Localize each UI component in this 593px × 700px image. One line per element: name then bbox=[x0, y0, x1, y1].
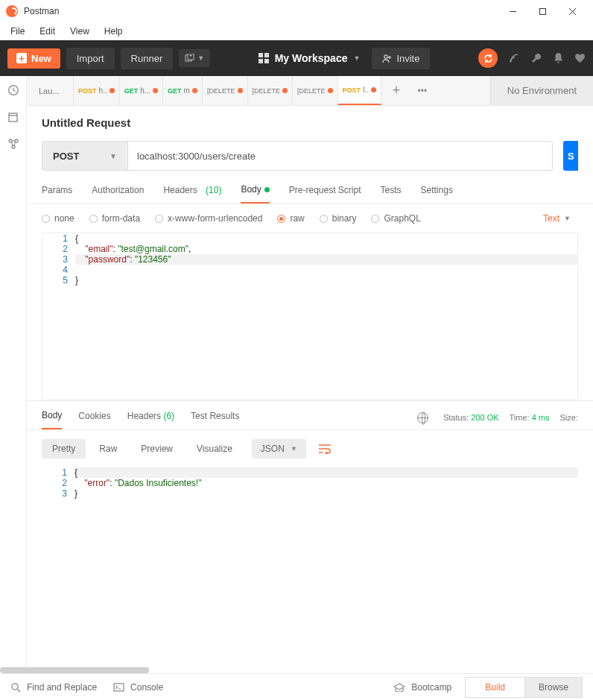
resp-tab-cookies[interactable]: Cookies bbox=[78, 411, 110, 429]
radio-graphql[interactable]: GraphQL bbox=[371, 213, 420, 224]
method-selector[interactable]: POST ▼ bbox=[42, 141, 128, 171]
tab-request-active[interactable]: POSTl.. bbox=[338, 76, 381, 105]
window-title: Postman bbox=[24, 6, 59, 16]
tab-request[interactable]: [DELETE bbox=[203, 76, 248, 105]
tab-settings[interactable]: Settings bbox=[421, 184, 453, 204]
maximize-button[interactable] bbox=[527, 0, 557, 22]
person-plus-icon bbox=[382, 54, 392, 63]
left-sidebar bbox=[0, 76, 27, 673]
workspace-selector[interactable]: My Workspace ▼ bbox=[251, 48, 368, 69]
globe-icon[interactable] bbox=[417, 412, 428, 423]
raw-type-selector[interactable]: Text▼ bbox=[543, 213, 578, 224]
apis-icon[interactable] bbox=[7, 137, 20, 151]
size-label: Size: bbox=[560, 413, 578, 422]
history-icon[interactable] bbox=[7, 83, 20, 97]
unsaved-dot-icon bbox=[110, 88, 115, 93]
heart-icon[interactable] bbox=[574, 53, 586, 63]
view-visualize[interactable]: Visualize bbox=[186, 439, 243, 458]
minimize-button[interactable] bbox=[498, 0, 527, 22]
bootcamp-icon bbox=[393, 683, 405, 692]
close-button[interactable] bbox=[557, 0, 587, 22]
svg-rect-11 bbox=[114, 684, 124, 691]
status-label: Status: 200 OK bbox=[443, 413, 499, 422]
console-button[interactable]: Console bbox=[113, 682, 163, 693]
chevron-down-icon: ▼ bbox=[353, 54, 360, 62]
import-button[interactable]: Import bbox=[66, 48, 115, 69]
tab-request[interactable]: [DELETE bbox=[293, 76, 338, 105]
collections-icon[interactable] bbox=[7, 110, 20, 124]
browse-button[interactable]: Browse bbox=[525, 677, 583, 698]
sync-button[interactable] bbox=[478, 48, 498, 68]
window-titlebar: Postman bbox=[0, 0, 593, 22]
view-pretty[interactable]: Pretty bbox=[42, 439, 86, 458]
radio-binary[interactable]: binary bbox=[320, 213, 357, 224]
sync-icon bbox=[483, 53, 494, 64]
view-preview[interactable]: Preview bbox=[130, 439, 183, 458]
satellite-icon[interactable] bbox=[508, 52, 520, 64]
find-replace-button[interactable]: Find and Replace bbox=[10, 682, 97, 693]
main-toolbar: + New Import Runner ▼ My Workspace ▼ Inv… bbox=[0, 40, 593, 76]
bell-icon[interactable] bbox=[553, 52, 564, 64]
unsaved-dot-icon bbox=[153, 88, 158, 93]
svg-point-4 bbox=[510, 60, 511, 62]
resp-tab-body[interactable]: Body bbox=[42, 410, 62, 429]
tab-request[interactable]: GETh... bbox=[120, 76, 163, 105]
tab-request[interactable]: [DELETE bbox=[248, 76, 294, 105]
radio-urlencoded[interactable]: x-www-form-urlencoded bbox=[155, 213, 262, 224]
time-label: Time: 4 ms bbox=[510, 413, 550, 422]
plus-icon: + bbox=[16, 53, 27, 63]
runner-button[interactable]: Runner bbox=[121, 48, 174, 69]
resp-tab-tests[interactable]: Test Results bbox=[191, 411, 239, 429]
tab-launchpad[interactable]: Lau... bbox=[34, 76, 74, 105]
view-raw[interactable]: Raw bbox=[89, 439, 127, 458]
unsaved-dot-icon bbox=[371, 87, 376, 92]
chevron-down-icon: ▼ bbox=[197, 54, 204, 62]
menu-bar: File Edit View Help bbox=[0, 22, 593, 40]
menu-view[interactable]: View bbox=[63, 25, 97, 38]
tab-params[interactable]: Params bbox=[42, 184, 72, 204]
wrap-lines-icon[interactable] bbox=[318, 444, 332, 454]
url-input[interactable] bbox=[128, 141, 553, 171]
tab-body[interactable]: Body bbox=[241, 184, 269, 204]
response-tabs: Body Cookies Headers (6) Test Results St… bbox=[27, 400, 593, 430]
chevron-down-icon: ▼ bbox=[564, 215, 571, 222]
tab-options-button[interactable]: ••• bbox=[411, 76, 434, 105]
radio-raw[interactable]: raw bbox=[277, 213, 304, 224]
invite-button[interactable]: Invite bbox=[372, 48, 430, 69]
horizontal-scrollbar[interactable] bbox=[0, 667, 149, 673]
tab-tests[interactable]: Tests bbox=[381, 184, 402, 204]
new-tab-button[interactable]: + bbox=[381, 76, 411, 105]
modified-dot-icon bbox=[264, 187, 270, 192]
bootcamp-button[interactable]: Bootcamp bbox=[393, 682, 451, 693]
resp-tab-headers[interactable]: Headers (6) bbox=[127, 411, 174, 429]
tab-prerequest[interactable]: Pre-request Script bbox=[289, 184, 361, 204]
tab-authorization[interactable]: Authorization bbox=[92, 184, 144, 204]
new-button[interactable]: + New bbox=[7, 48, 60, 69]
radio-formdata[interactable]: form-data bbox=[89, 213, 140, 224]
send-button[interactable]: S bbox=[563, 141, 578, 171]
request-body-editor[interactable]: 1{ 2 "email": "test@gmail.com", 3 "passw… bbox=[42, 233, 578, 400]
response-format-selector[interactable]: JSON▼ bbox=[252, 439, 306, 458]
search-icon bbox=[10, 682, 21, 693]
workspace-grid-icon bbox=[259, 53, 269, 63]
radio-none[interactable]: none bbox=[42, 213, 74, 224]
menu-file[interactable]: File bbox=[3, 25, 32, 38]
tab-headers[interactable]: Headers (10) bbox=[163, 184, 221, 204]
svg-point-8 bbox=[15, 139, 18, 142]
svg-point-10 bbox=[12, 683, 18, 689]
unsaved-dot-icon bbox=[282, 88, 288, 93]
unsaved-dot-icon bbox=[238, 88, 243, 93]
tab-request[interactable]: POSTh.. bbox=[74, 76, 120, 105]
menu-edit[interactable]: Edit bbox=[32, 25, 63, 38]
response-body-viewer[interactable]: 1{ 2 "error": "Dados Insuficientes!" 3} bbox=[42, 467, 578, 617]
environment-selector[interactable]: No Environment bbox=[490, 76, 593, 105]
postman-logo-icon bbox=[6, 5, 18, 17]
tab-request[interactable]: GETm bbox=[163, 76, 203, 105]
menu-help[interactable]: Help bbox=[97, 25, 130, 38]
body-type-radios: none form-data x-www-form-urlencoded raw… bbox=[27, 204, 593, 233]
request-title[interactable]: Untitled Request bbox=[27, 106, 593, 135]
wrench-icon[interactable] bbox=[530, 52, 542, 64]
workspace-name: My Workspace bbox=[275, 52, 348, 64]
new-window-button[interactable]: ▼ bbox=[179, 49, 210, 67]
build-button[interactable]: Build bbox=[465, 677, 525, 698]
